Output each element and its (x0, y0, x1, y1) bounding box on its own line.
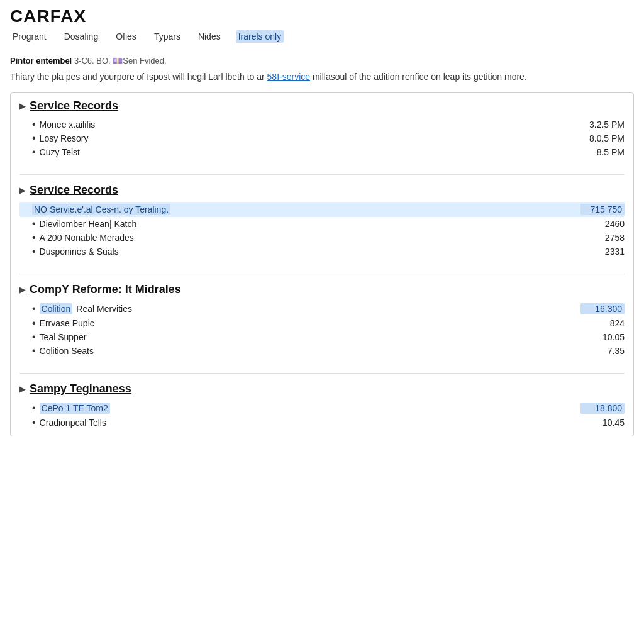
nav-item-typars[interactable]: Typars (152, 30, 183, 43)
list-item: •CePo 1 TE Tom218.800 (19, 401, 625, 416)
bullet-icon: • (32, 418, 36, 428)
row-label-text: Teal Supper (40, 332, 87, 342)
row-value: 8.5 PM (580, 147, 625, 157)
row-value: 16.300 (580, 303, 625, 314)
row-value: 2758 (580, 233, 625, 243)
list-item: •Dusponines & Suals2331 (19, 245, 625, 258)
row-label-text: Colition (40, 303, 73, 314)
carfax-logo: CARFAX (10, 6, 634, 26)
list-item: NO Servie.e'.al Ces-n. oy Teraling.715 7… (19, 202, 625, 217)
section-title: CompY Reforme: It Midrales (30, 283, 181, 296)
bullet-icon: • (32, 403, 36, 413)
row-label-text: Dievilomber Hean| Katch (40, 219, 137, 229)
chevron-right-icon: ▶ (19, 285, 26, 294)
bullet-icon: • (32, 318, 36, 328)
nav-item-progrant[interactable]: Progrant (10, 30, 49, 43)
intro-body-text: Thiary the pla pes and yourpore of Ispos… (10, 72, 265, 82)
intro-body-suffix: millasoul of the adition renfice on leap… (313, 72, 527, 82)
row-value: 7.35 (580, 346, 625, 356)
nav-item-ofies[interactable]: Ofies (113, 30, 139, 43)
row-value: 18.800 (580, 402, 625, 414)
row-label-suffix: Real Mervities (76, 304, 132, 314)
sections-container: ▶Service Records•Monee x.ailifis3.2.5 PM… (10, 92, 634, 436)
bullet-icon: • (32, 133, 36, 143)
intro-label: Pintor entembel 3-C6. BO. 💷Sen Fvided. (10, 56, 634, 65)
row-label-text: Dusponines & Suals (40, 247, 119, 257)
row-value: 10.45 (580, 418, 625, 428)
chevron-right-icon: ▶ (19, 186, 26, 195)
intro-body: Thiary the pla pes and yourpore of Ispos… (10, 70, 634, 84)
row-label-text: Cradionpcal Tells (40, 418, 106, 428)
intro-label-suffix: Sen Fvided. (123, 56, 166, 65)
list-item: •Cradionpcal Tells10.45 (19, 416, 625, 430)
section-header-section-3[interactable]: ▶CompY Reforme: It Midrales (19, 283, 625, 296)
row-label-text: A 200 Nonable Merades (40, 233, 134, 243)
row-value: 8.0.5 PM (580, 133, 625, 143)
section-section-3: ▶CompY Reforme: It Midrales•Colition Rea… (19, 283, 625, 358)
row-label-text: NO Servie.e'.al Ces-n. oy Teraling. (32, 204, 170, 215)
main-content: Pintor entembel 3-C6. BO. 💷Sen Fvided. T… (0, 47, 644, 445)
section-divider (19, 174, 625, 175)
section-section-2: ▶Service RecordsNO Servie.e'.al Ces-n. o… (19, 184, 625, 258)
bullet-icon: • (32, 119, 36, 130)
row-value: 10.05 (580, 332, 625, 342)
list-item: •Errvase Pupic824 (19, 316, 625, 330)
list-item: •Colition Seats7.35 (19, 344, 625, 358)
section-header-section-2[interactable]: ▶Service Records (19, 184, 625, 197)
page-header: CARFAX PrograntDosalingOfiesTyparsNidesI… (0, 0, 644, 47)
bullet-icon: • (32, 147, 36, 157)
row-label-text: Monee x.ailifis (40, 119, 96, 130)
bullet-icon: • (32, 332, 36, 342)
row-value: 2460 (580, 219, 625, 229)
section-section-1: ▶Service Records•Monee x.ailifis3.2.5 PM… (19, 99, 625, 159)
bullet-icon: • (32, 219, 36, 229)
list-item: •Colition Real Mervities16.300 (19, 301, 625, 316)
list-item: •A 200 Nonable Merades2758 (19, 231, 625, 245)
section-section-4: ▶Sampy Teginaness•CePo 1 TE Tom218.800•C… (19, 382, 625, 430)
bullet-icon: • (32, 247, 36, 257)
main-nav: PrograntDosalingOfiesTyparsNidesIrarels … (10, 30, 634, 47)
row-value: 2331 (580, 247, 625, 257)
row-label-text: CePo 1 TE Tom2 (40, 402, 110, 414)
bullet-icon: • (32, 304, 36, 314)
nav-item-irarels-only[interactable]: Irarels only (236, 30, 284, 43)
nav-item-nides[interactable]: Nides (196, 30, 223, 43)
row-label-text: Losy Resory (40, 133, 89, 143)
section-title: Service Records (30, 99, 118, 113)
chevron-right-icon: ▶ (19, 101, 26, 111)
row-value: 715 750 (580, 204, 625, 215)
service-link[interactable]: 58I-service (267, 72, 310, 82)
list-item: •Monee x.ailifis3.2.5 PM (19, 118, 625, 131)
section-header-section-1[interactable]: ▶Service Records (19, 99, 625, 113)
row-value: 824 (580, 318, 625, 328)
chevron-right-icon: ▶ (19, 384, 26, 394)
row-label-text: Errvase Pupic (40, 318, 94, 328)
bullet-icon: • (32, 346, 36, 356)
intro-label-prefix: Pintor entembel (10, 56, 72, 65)
section-title: Service Records (30, 184, 118, 197)
row-value: 3.2.5 PM (580, 119, 625, 130)
list-item: •Teal Supper10.05 (19, 330, 625, 344)
section-header-section-4[interactable]: ▶Sampy Teginaness (19, 382, 625, 396)
intro-label-code: 3-C6. BO. (74, 56, 111, 65)
list-item: •Dievilomber Hean| Katch2460 (19, 217, 625, 231)
list-item: •Losy Resory8.0.5 PM (19, 131, 625, 145)
bullet-icon: • (32, 233, 36, 243)
row-label-text: Cuzy Telst (40, 147, 80, 157)
row-label-text: Colition Seats (40, 346, 94, 356)
section-divider (19, 373, 625, 374)
section-divider (19, 274, 625, 274)
nav-item-dosaling[interactable]: Dosaling (62, 30, 101, 43)
list-item: •Cuzy Telst8.5 PM (19, 145, 625, 159)
section-title: Sampy Teginaness (30, 382, 131, 396)
